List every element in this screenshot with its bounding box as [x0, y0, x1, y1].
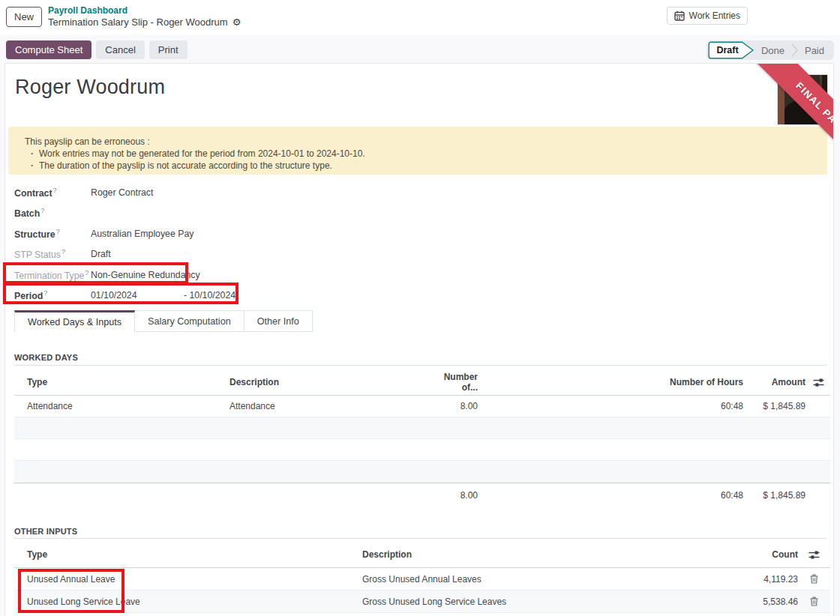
total-amount: $ 1,845.89	[743, 490, 806, 501]
worked-days-row[interactable]: Attendance Attendance 8.00 60:48 $ 1,845…	[14, 396, 830, 417]
tab-salary-computation[interactable]: Salary Computation	[135, 310, 244, 332]
svg-text:Draft: Draft	[716, 45, 739, 55]
worked-days-section-title: WORKED DAYS	[14, 353, 78, 362]
cell-amount[interactable]: $ 1,845.89	[743, 401, 806, 411]
field-label-batch: Batch	[14, 208, 40, 219]
calendar-icon	[674, 10, 685, 21]
delete-row-icon[interactable]	[810, 574, 818, 584]
field-row-contract: Contract? Roger Contract	[14, 182, 539, 203]
cell-number-of-hours[interactable]: 60:48	[478, 401, 743, 411]
empty-row	[14, 417, 830, 439]
payslip-sheet: Roger Woodrum FINAL PAY This payslip can…	[4, 63, 834, 616]
breadcrumb-current: Termination Salary Slip - Roger Woodrum	[48, 16, 228, 28]
cell-description[interactable]: Attendance	[217, 401, 442, 411]
status-pipeline: Draft Done Paid	[706, 40, 834, 60]
breadcrumb: Payroll Dashboard Termination Salary Sli…	[48, 5, 241, 28]
other-inputs-header-row: Type Description Count	[14, 542, 830, 568]
work-entries-button[interactable]: Work Entries	[667, 7, 748, 25]
other-inputs-section-title: OTHER INPUTS	[14, 527, 77, 536]
cell-count[interactable]: 4,119.23	[614, 574, 798, 585]
alert-item: The duration of the payslip is not accur…	[31, 160, 332, 171]
breadcrumb-parent-link[interactable]: Payroll Dashboard	[48, 5, 241, 16]
help-marker: ?	[62, 248, 65, 256]
column-header-description[interactable]: Description	[344, 549, 614, 560]
optional-columns-icon[interactable]	[813, 378, 824, 387]
column-header-count[interactable]: Count	[614, 549, 798, 560]
alert-item: Work entries may not be generated for th…	[31, 148, 365, 159]
worked-days-header-row: Type Description Number of... Number of …	[14, 369, 830, 396]
worked-days-totals-row: 8.00 60:48 $ 1,845.89	[14, 483, 830, 507]
annotation-box-other-input-types	[18, 569, 124, 613]
column-header-number-of[interactable]: Number of...	[442, 372, 478, 393]
other-inputs-table: Type Description Count Unused Annual Lea…	[14, 542, 830, 613]
status-step-done[interactable]: Done	[754, 45, 791, 56]
work-entries-label: Work Entries	[689, 10, 740, 21]
cell-type[interactable]: Attendance	[14, 401, 217, 411]
notebook-tabs: Worked Days & Inputs Salary Computation …	[14, 310, 313, 332]
section-divider	[14, 365, 827, 366]
top-navigation-bar: New Payroll Dashboard Termination Salary…	[0, 0, 840, 34]
chevron-right-icon	[791, 43, 798, 58]
help-marker: ?	[40, 207, 44, 214]
annotation-box-termination-type	[3, 262, 188, 284]
payslip-form-page: { "icons": { "gear": "⚙" }, "topbar": { …	[0, 0, 840, 616]
column-header-description[interactable]: Description	[217, 377, 442, 387]
field-label-structure: Structure	[14, 229, 56, 240]
new-button[interactable]: New	[6, 7, 42, 27]
tab-worked-days-inputs[interactable]: Worked Days & Inputs	[14, 310, 135, 332]
other-input-row[interactable]: Unused Long Service Leave Gross Unused L…	[14, 591, 830, 613]
column-header-amount[interactable]: Amount	[743, 377, 806, 387]
column-header-type[interactable]: Type	[14, 377, 217, 387]
field-row-structure: Structure? Australian Employee Pay	[14, 223, 539, 244]
warning-alert: This payslip can be erroneous : Work ent…	[8, 127, 827, 175]
worked-days-table: Type Description Number of... Number of …	[14, 369, 830, 507]
action-toolbar: Compute Sheet Cancel Print Draft Done Pa…	[0, 34, 840, 63]
total-number-of-hours: 60:48	[478, 490, 743, 501]
help-marker: ?	[56, 228, 60, 235]
tab-other-info[interactable]: Other Info	[244, 310, 313, 332]
delete-row-icon[interactable]	[810, 597, 818, 606]
field-row-batch: Batch?	[14, 203, 539, 224]
column-header-type[interactable]: Type	[14, 549, 344, 560]
gear-icon[interactable]: ⚙	[232, 16, 242, 28]
cell-number-of[interactable]: 8.00	[442, 401, 478, 411]
column-header-number-of-hours[interactable]: Number of Hours	[478, 377, 743, 387]
help-marker: ?	[53, 187, 57, 194]
optional-columns-icon[interactable]	[808, 550, 820, 560]
field-row-stp-status: STP Status? Draft	[14, 244, 539, 265]
empty-row	[14, 461, 830, 483]
annotation-box-period	[3, 283, 238, 304]
cell-count[interactable]: 5,538.46	[614, 597, 798, 607]
field-label-contract: Contract	[14, 188, 52, 199]
compute-sheet-button[interactable]: Compute Sheet	[6, 40, 92, 59]
cancel-button[interactable]: Cancel	[96, 40, 144, 59]
other-input-row[interactable]: Unused Annual Leave Gross Unused Annual …	[14, 568, 830, 591]
cell-description[interactable]: Gross Unused Annual Leaves	[344, 574, 614, 585]
section-divider	[14, 538, 827, 539]
empty-row	[14, 439, 830, 461]
cell-description[interactable]: Gross Unused Long Service Leaves	[344, 597, 614, 607]
alert-intro-text: This payslip can be erroneous :	[25, 136, 150, 147]
field-value-stp-status: Draft	[91, 249, 111, 259]
total-number-of: 8.00	[442, 490, 478, 501]
print-button[interactable]: Print	[149, 40, 188, 59]
field-label-stp-status: STP Status	[14, 250, 61, 260]
employee-name-title[interactable]: Roger Woodrum	[15, 76, 165, 99]
field-value-contract[interactable]: Roger Contract	[91, 187, 153, 198]
status-step-paid[interactable]: Paid	[798, 45, 831, 56]
field-value-structure[interactable]: Australian Employee Pay	[91, 229, 194, 239]
status-step-draft[interactable]: Draft	[708, 41, 754, 59]
